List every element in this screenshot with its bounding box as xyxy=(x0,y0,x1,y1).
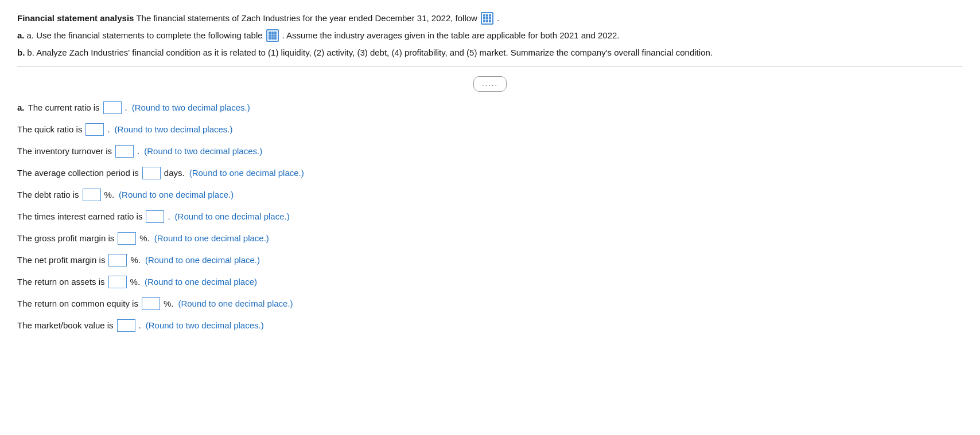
quick-ratio-label: The quick ratio is xyxy=(17,123,82,136)
avg-collection-period-label: The average collection period is xyxy=(17,166,139,180)
header-line-b: b. b. Analyze Zach Industries' financial… xyxy=(17,46,963,60)
gross-profit-margin-hint: (Round to one decimal place.) xyxy=(154,232,269,245)
header-title-text: The financial statements of Zach Industr… xyxy=(136,11,477,25)
net-profit-margin-hint: (Round to one decimal place.) xyxy=(145,253,260,267)
svg-rect-5 xyxy=(489,17,491,19)
debt-ratio-input[interactable] xyxy=(83,189,101,201)
market-book-value-input[interactable] xyxy=(117,319,135,332)
header-title-dot: . xyxy=(497,11,499,25)
svg-rect-3 xyxy=(483,17,485,19)
header-line-a: a. a. Use the financial statements to co… xyxy=(17,29,963,42)
svg-rect-10 xyxy=(271,32,274,34)
svg-rect-8 xyxy=(489,20,491,22)
form-row-avg-collection-period: The average collection period is days.(R… xyxy=(17,166,963,180)
inventory-turnover-input[interactable] xyxy=(115,145,134,158)
net-profit-margin-label: The net profit margin is xyxy=(17,253,105,267)
form-row-inventory-turnover: The inventory turnover is .(Round to two… xyxy=(17,144,963,158)
form-row-times-interest: The times interest earned ratio is .(Rou… xyxy=(17,210,963,224)
label-b: b. xyxy=(17,46,25,60)
header-section: Financial statement analysis The financi… xyxy=(17,11,963,60)
line-a-suffix: . Assume the industry averages given in … xyxy=(282,29,620,42)
return-on-equity-label: The return on common equity is xyxy=(17,297,138,311)
current-ratio-label: The current ratio is xyxy=(28,101,100,115)
net-profit-margin-unit: %. xyxy=(130,253,141,267)
return-on-assets-input[interactable] xyxy=(108,276,127,288)
net-profit-margin-input[interactable] xyxy=(108,254,127,267)
svg-rect-16 xyxy=(271,37,274,40)
return-on-assets-unit: %. xyxy=(130,275,141,289)
avg-collection-period-hint: (Round to one decimal place.) xyxy=(189,166,304,180)
svg-rect-6 xyxy=(483,20,485,22)
dots-container: ..... xyxy=(17,76,963,92)
current-ratio-suffix: . xyxy=(125,101,127,115)
page-title: Financial statement analysis xyxy=(17,11,134,25)
svg-rect-15 xyxy=(269,37,271,40)
form-row-debt-ratio: The debt ratio is%.(Round to one decimal… xyxy=(17,188,963,202)
times-interest-suffix: . xyxy=(168,210,170,224)
market-book-value-suffix: . xyxy=(139,319,141,332)
inventory-turnover-hint: (Round to two decimal places.) xyxy=(144,144,262,158)
quick-ratio-hint: (Round to two decimal places.) xyxy=(115,123,233,136)
svg-rect-11 xyxy=(274,32,277,34)
gross-profit-margin-label: The gross profit margin is xyxy=(17,232,114,245)
return-on-equity-unit: %. xyxy=(164,297,174,311)
svg-rect-9 xyxy=(269,32,271,34)
svg-rect-17 xyxy=(274,37,277,40)
return-on-equity-input[interactable] xyxy=(142,297,160,310)
label-a: a. xyxy=(17,29,25,42)
inventory-turnover-suffix: . xyxy=(137,144,139,158)
form-row-return-on-assets: The return on assets is%.(Round to one d… xyxy=(17,275,963,289)
form-row-return-on-equity: The return on common equity is%.(Round t… xyxy=(17,297,963,311)
inventory-turnover-label: The inventory turnover is xyxy=(17,144,112,158)
debt-ratio-label: The debt ratio is xyxy=(17,188,79,202)
svg-rect-4 xyxy=(486,17,488,19)
quick-ratio-input[interactable] xyxy=(85,123,104,136)
line-b-text: b. Analyze Zach Industries' financial co… xyxy=(27,46,713,60)
return-on-equity-hint: (Round to one decimal place.) xyxy=(178,297,293,311)
grid-icon-2[interactable] xyxy=(266,29,279,42)
svg-rect-14 xyxy=(274,34,277,37)
avg-collection-period-input[interactable] xyxy=(142,167,161,179)
current-ratio-hint: (Round to two decimal places.) xyxy=(132,101,250,115)
current-ratio-input[interactable] xyxy=(103,101,122,114)
section-a-label: a. xyxy=(17,101,25,115)
form-row-gross-profit-margin: The gross profit margin is%.(Round to on… xyxy=(17,232,963,245)
grid-icon-1[interactable] xyxy=(481,12,493,25)
svg-rect-12 xyxy=(269,34,271,37)
svg-rect-1 xyxy=(486,14,488,17)
form-row-net-profit-margin: The net profit margin is%.(Round to one … xyxy=(17,253,963,267)
svg-rect-2 xyxy=(489,14,491,17)
form-row-market-book-value: The market/book value is .(Round to two … xyxy=(17,319,963,332)
svg-rect-13 xyxy=(271,34,274,37)
dots-pill: ..... xyxy=(473,76,507,92)
times-interest-hint: (Round to one decimal place.) xyxy=(175,210,290,224)
gross-profit-margin-unit: %. xyxy=(139,232,150,245)
return-on-assets-label: The return on assets is xyxy=(17,275,105,289)
svg-rect-0 xyxy=(483,14,485,17)
header-line-title: Financial statement analysis The financi… xyxy=(17,11,963,25)
return-on-assets-hint: (Round to one decimal place) xyxy=(145,275,257,289)
quick-ratio-suffix: . xyxy=(107,123,110,136)
times-interest-label: The times interest earned ratio is xyxy=(17,210,142,224)
svg-rect-7 xyxy=(486,20,488,22)
market-book-value-label: The market/book value is xyxy=(17,319,114,332)
line-a-text: a. Use the financial statements to compl… xyxy=(27,29,263,42)
debt-ratio-unit: %. xyxy=(104,188,115,202)
form-row-quick-ratio: The quick ratio is .(Round to two decima… xyxy=(17,123,963,136)
times-interest-input[interactable] xyxy=(146,210,164,223)
debt-ratio-hint: (Round to one decimal place.) xyxy=(119,188,234,202)
market-book-value-hint: (Round to two decimal places.) xyxy=(146,319,264,332)
form-row-current-ratio: a. The current ratio is .(Round to two d… xyxy=(17,101,963,115)
gross-profit-margin-input[interactable] xyxy=(118,232,136,245)
divider xyxy=(17,66,963,67)
avg-collection-period-suffix: days. xyxy=(164,166,185,180)
form-section: a. The current ratio is .(Round to two d… xyxy=(17,101,963,332)
